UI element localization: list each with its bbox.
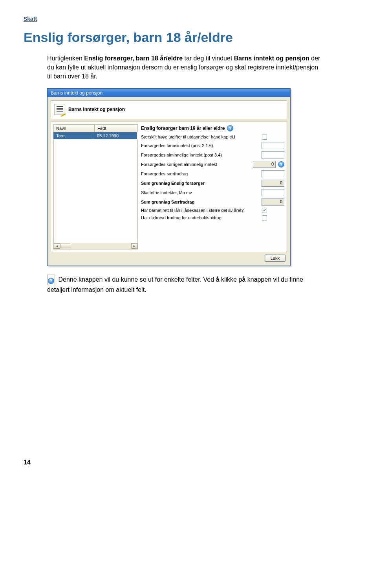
grid-cell-name: Tore (53, 132, 94, 139)
grid-row-selected[interactable]: Tore 05.12.1990 (53, 132, 138, 139)
form-row: Skattefrie inntekter, lån mv (141, 189, 284, 196)
intro-bold-1: Enslig forsørger, barn 18 år/eldre (84, 55, 183, 62)
readonly-field: 0 (262, 198, 284, 206)
dialog-window: Barns inntekt og pensjon Barns inntekt o… (47, 88, 291, 266)
notepad-icon (54, 104, 65, 115)
form-row: Forsørgedes lønnsinntekt (post 2.1.6) (141, 142, 284, 149)
help-icon[interactable]: ? (278, 161, 284, 167)
grid-header-name[interactable]: Navn (53, 124, 95, 132)
form-title-text: Enslig forsørger barn 19 år eller eldre (141, 126, 225, 131)
intro-text-1: Hurtiglenken (47, 55, 84, 62)
intro-text-2: tar deg til vinduet (183, 55, 234, 62)
help-icon-inline-wrapper: ? (47, 275, 55, 285)
form-row-label: Skattefrie inntekter, lån mv (141, 190, 259, 195)
dialog-banner-title: Barns inntekt og pensjon (68, 107, 125, 112)
children-grid: Navn Født Tore 05.12.1990 ◄ ► (53, 124, 138, 249)
form-row-label: Sum grunnlag Enslig forsørger (141, 181, 259, 186)
grid-cell-born: 05.12.1990 (94, 132, 137, 139)
form-row-label: Har du krevd fradrag for underholdsbidra… (141, 215, 260, 220)
form-row: Har du krevd fradrag for underholdsbidra… (141, 215, 284, 220)
scroll-left-button[interactable]: ◄ (54, 243, 60, 249)
form-row-label: Særskilt høye utgifter til utdannelse, h… (141, 135, 260, 139)
form-row-label: Har barnet rett til lån i lånekassen i s… (141, 208, 260, 213)
help-icon: ? (48, 278, 54, 284)
grid-horizontal-scrollbar[interactable]: ◄ ► (53, 243, 138, 249)
close-button[interactable]: Lukk (265, 255, 285, 262)
form-row: Sum grunnlag Enslig forsørger0 (141, 180, 284, 187)
form-row-label: Forsørgedes særfradrag (141, 171, 259, 176)
readonly-field: 0 (253, 161, 276, 168)
readonly-field: 0 (262, 180, 284, 187)
checkbox[interactable] (262, 208, 267, 213)
help-icon[interactable]: ? (227, 125, 233, 131)
input-field[interactable] (262, 189, 284, 196)
intro-bold-2: Barns inntekt og pensjon (234, 55, 309, 62)
form-section-title: Enslig forsørger barn 19 år eller eldre … (141, 125, 284, 131)
form-column: Enslig forsørger barn 19 år eller eldre … (141, 124, 284, 249)
checkbox[interactable] (262, 215, 267, 220)
form-row: Har barnet rett til lån i lånekassen i s… (141, 208, 284, 213)
footnote-paragraph: ? Denne knappen vil du kunne se ut for e… (47, 275, 322, 294)
form-row-label: Forsørgedes korrigert alminnelig inntekt (141, 162, 251, 167)
form-row: Forsørgedes særfradrag (141, 170, 284, 177)
form-row: Forsørgedes korrigert alminnelig inntekt… (141, 161, 284, 168)
page-title: Enslig forsørger, barn 18 år/eldre (24, 30, 353, 45)
form-row-label: Sum grunnlag Særfradrag (141, 200, 259, 204)
form-row-label: Forsørgedes lønnsinntekt (post 2.1.6) (141, 143, 259, 148)
scroll-right-button[interactable]: ► (131, 243, 137, 249)
input-field[interactable] (262, 170, 284, 177)
dialog-panel: Navn Født Tore 05.12.1990 ◄ ► (51, 122, 287, 252)
page-number: 14 (24, 459, 353, 466)
input-field[interactable] (262, 142, 284, 149)
dialog-titlebar: Barns inntekt og pensjon (48, 89, 290, 97)
form-row-label: Forsørgedes alminnelige inntekt (post 3.… (141, 153, 259, 157)
form-row: Forsørgedes alminnelige inntekt (post 3.… (141, 151, 284, 158)
footnote-text: Denne knappen vil du kunne se ut for enk… (47, 276, 303, 293)
form-row: Sum grunnlag Særfradrag0 (141, 198, 284, 206)
scroll-thumb[interactable] (60, 244, 71, 248)
dialog-banner: Barns inntekt og pensjon (51, 100, 287, 119)
intro-paragraph: Hurtiglenken Enslig forsørger, barn 18 å… (47, 54, 322, 81)
page-header-label: Skatt (24, 16, 353, 22)
grid-empty-area[interactable] (53, 139, 138, 243)
input-field[interactable] (262, 151, 284, 158)
checkbox[interactable] (262, 135, 267, 140)
grid-header-born[interactable]: Født (95, 124, 138, 132)
form-row: Særskilt høye utgifter til utdannelse, h… (141, 135, 284, 140)
